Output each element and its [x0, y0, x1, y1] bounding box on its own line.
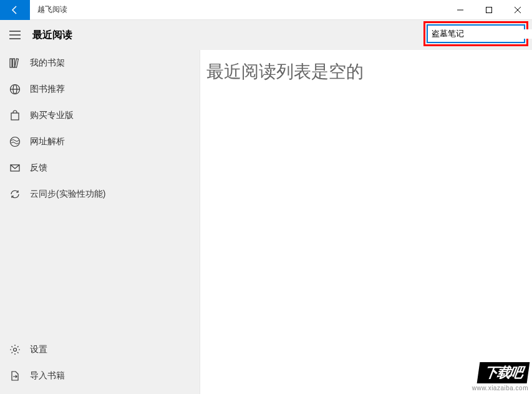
sidebar-item-sync[interactable]: 云同步(实验性功能) — [0, 181, 200, 207]
sidebar-item-label: 导入书籍 — [30, 370, 65, 382]
world-icon — [0, 136, 30, 147]
hamburger-button[interactable] — [0, 20, 30, 50]
back-button[interactable] — [0, 0, 30, 20]
svg-rect-13 — [11, 113, 19, 120]
sidebar: 我的书架 图书推荐 购买专业版 网址解析 — [0, 50, 200, 394]
books-icon — [0, 57, 30, 69]
search-input[interactable] — [428, 29, 532, 39]
maximize-icon — [486, 7, 492, 13]
svg-rect-7 — [10, 59, 12, 67]
sidebar-item-label: 设置 — [30, 344, 47, 355]
arrow-left-icon — [10, 5, 20, 15]
sidebar-item-label: 云同步(实验性功能) — [30, 189, 105, 200]
svg-point-16 — [14, 348, 17, 352]
main-content: 最近阅读列表是空的 — [200, 50, 532, 394]
app-title: 越飞阅读 — [30, 4, 67, 15]
titlebar: 越飞阅读 — [0, 0, 532, 20]
minimize-icon — [457, 7, 463, 13]
svg-rect-9 — [15, 59, 19, 67]
sidebar-item-purchase[interactable]: 购买专业版 — [0, 102, 200, 129]
sidebar-item-import[interactable]: 导入书籍 — [0, 363, 200, 389]
sidebar-item-label: 我的书架 — [30, 57, 65, 69]
sidebar-item-label: 购买专业版 — [30, 110, 74, 121]
sidebar-item-bookshelf[interactable]: 我的书架 — [0, 50, 200, 76]
sidebar-item-label: 网址解析 — [30, 136, 65, 147]
page-title: 最近阅读 — [32, 29, 72, 42]
sync-icon — [0, 189, 30, 200]
watermark-logo: 下载吧 — [477, 362, 530, 383]
close-icon — [515, 7, 521, 13]
hamburger-icon — [9, 31, 21, 39]
sidebar-item-recommend[interactable]: 图书推荐 — [0, 76, 200, 102]
sidebar-item-label: 图书推荐 — [30, 84, 65, 95]
search-box — [427, 24, 525, 43]
sidebar-item-label: 反馈 — [30, 162, 47, 174]
watermark: 下载吧 www.xiazaiba.com — [472, 362, 528, 392]
minimize-button[interactable] — [446, 0, 475, 20]
body: 我的书架 图书推荐 购买专业版 网址解析 — [0, 50, 532, 394]
sidebar-item-urlparse[interactable]: 网址解析 — [0, 129, 200, 155]
globe-icon — [0, 84, 30, 95]
svg-point-14 — [11, 137, 20, 147]
sidebar-item-settings[interactable]: 设置 — [0, 337, 200, 363]
header: 最近阅读 — [0, 20, 532, 50]
svg-rect-8 — [13, 59, 15, 67]
nav-list: 我的书架 图书推荐 购买专业版 网址解析 — [0, 50, 200, 337]
close-button[interactable] — [503, 0, 532, 20]
svg-rect-1 — [486, 7, 492, 12]
empty-list-message: 最近阅读列表是空的 — [206, 60, 526, 84]
import-icon — [0, 370, 30, 382]
gear-icon — [0, 344, 30, 355]
sidebar-item-feedback[interactable]: 反馈 — [0, 155, 200, 181]
window-controls — [446, 0, 532, 20]
bag-icon — [0, 110, 30, 121]
maximize-button[interactable] — [475, 0, 503, 20]
search-highlight-box — [423, 21, 528, 46]
nav-bottom: 设置 导入书籍 — [0, 337, 200, 394]
mail-icon — [0, 162, 30, 174]
watermark-url: www.xiazaiba.com — [472, 385, 528, 392]
